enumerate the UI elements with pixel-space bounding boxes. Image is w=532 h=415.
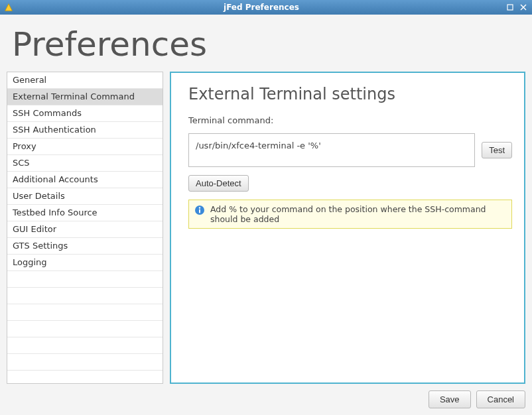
svg-rect-3 (199, 209, 200, 213)
sidebar: GeneralExternal Terminal CommandSSH Comm… (7, 72, 163, 384)
sidebar-item-label: SSH Commands (13, 108, 82, 118)
sidebar-item-label: SCS (13, 158, 30, 168)
window-controls (505, 3, 528, 12)
sidebar-item-testbed-info-source[interactable]: Testbed Info Source (7, 205, 163, 221)
footer: Save Cancel (7, 390, 525, 408)
close-icon[interactable] (519, 3, 528, 12)
sidebar-item-label: General (13, 75, 46, 85)
sidebar-item-label: SSH Authentication (13, 125, 96, 135)
maximize-icon[interactable] (505, 3, 515, 12)
sidebar-item-label: GTS Settings (13, 241, 68, 251)
sidebar-item-empty (7, 321, 163, 337)
sidebar-item-empty (7, 271, 163, 288)
terminal-command-input[interactable] (188, 133, 475, 167)
info-box: Add % to your command on the position wh… (188, 200, 512, 229)
sidebar-item-label: GUI Editor (13, 224, 56, 234)
sidebar-item-label: User Details (13, 191, 65, 201)
info-icon (194, 205, 205, 217)
auto-detect-button[interactable]: Auto-Detect (188, 175, 249, 192)
titlebar[interactable]: jFed Preferences (0, 0, 532, 15)
section-title: External Terminal settings (188, 85, 512, 103)
sidebar-item-gts-settings[interactable]: GTS Settings (7, 238, 163, 255)
sidebar-item-label: Additional Accounts (13, 174, 98, 184)
body-row: GeneralExternal Terminal CommandSSH Comm… (7, 72, 525, 384)
terminal-command-label: Terminal command: (188, 115, 512, 125)
test-button[interactable]: Test (482, 142, 512, 158)
sidebar-item-empty (7, 304, 163, 321)
sidebar-item-label: Proxy (13, 141, 36, 151)
sidebar-item-ssh-commands[interactable]: SSH Commands (7, 105, 163, 122)
sidebar-item-label: Logging (13, 257, 47, 267)
sidebar-item-additional-accounts[interactable]: Additional Accounts (7, 172, 163, 188)
preferences-window: jFed Preferences Preferences GeneralExte… (0, 0, 532, 415)
svg-point-2 (199, 207, 200, 208)
app-icon (4, 3, 13, 12)
sidebar-item-external-terminal-command[interactable]: External Terminal Command (7, 89, 163, 105)
sidebar-item-label: External Terminal Command (13, 91, 135, 101)
cancel-button[interactable]: Cancel (476, 390, 525, 408)
sidebar-item-proxy[interactable]: Proxy (7, 139, 163, 155)
sidebar-item-empty (7, 337, 163, 354)
sidebar-item-logging[interactable]: Logging (7, 255, 163, 271)
page-title: Preferences (12, 25, 525, 64)
client-area: Preferences GeneralExternal Terminal Com… (0, 15, 532, 415)
sidebar-item-empty (7, 288, 163, 304)
info-text: Add % to your command on the position wh… (210, 204, 506, 224)
svg-rect-0 (507, 5, 513, 10)
sidebar-item-label: Testbed Info Source (13, 208, 98, 217)
save-button[interactable]: Save (429, 390, 471, 408)
sidebar-item-general[interactable]: General (7, 72, 163, 89)
terminal-command-row: Test (188, 133, 512, 167)
content-pane: External Terminal settings Terminal comm… (170, 72, 525, 384)
sidebar-item-scs[interactable]: SCS (7, 155, 163, 172)
sidebar-item-user-details[interactable]: User Details (7, 188, 163, 205)
sidebar-item-empty (7, 354, 163, 371)
sidebar-item-ssh-authentication[interactable]: SSH Authentication (7, 122, 163, 139)
sidebar-item-gui-editor[interactable]: GUI Editor (7, 221, 163, 238)
window-title: jFed Preferences (17, 3, 505, 12)
